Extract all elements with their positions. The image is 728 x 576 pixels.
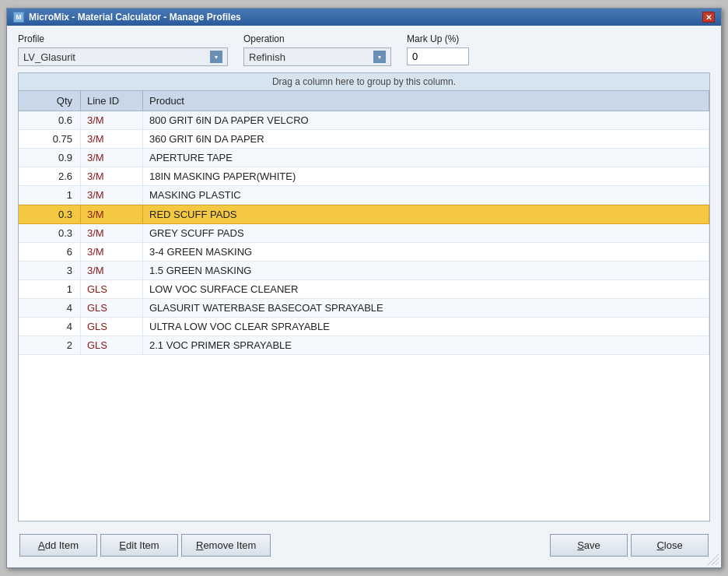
cell-qty: 1 <box>19 186 81 204</box>
table-row[interactable]: 4 GLS ULTRA LOW VOC CLEAR SPRAYABLE <box>19 318 709 336</box>
add-item-button[interactable]: Add Item <box>19 534 97 557</box>
profile-value: LV_Glasurit <box>23 51 207 63</box>
cell-product: GREY SCUFF PADS <box>143 224 709 242</box>
markup-input[interactable] <box>407 47 469 65</box>
cell-qty: 4 <box>19 299 81 317</box>
markup-label: Mark Up (%) <box>407 33 469 44</box>
edit-item-button[interactable]: Edit Item <box>100 534 178 557</box>
table-row[interactable]: 6 3/M 3-4 GREEN MASKING <box>19 243 709 262</box>
profile-select[interactable]: LV_Glasurit ▾ <box>18 47 228 66</box>
cell-product: APERTURE TAPE <box>143 149 709 167</box>
close-window-button[interactable]: ✕ <box>702 12 715 23</box>
cell-lineid: 3/M <box>81 111 143 129</box>
table-body: 0.6 3/M 800 GRIT 6IN DA PAPER VELCRO 0.7… <box>19 111 709 521</box>
profile-group: Profile LV_Glasurit ▾ <box>18 33 228 66</box>
cell-product: GLASURIT WATERBASE BASECOAT SPRAYABLE <box>143 299 709 317</box>
cell-qty: 0.6 <box>19 111 81 129</box>
cell-qty: 0.3 <box>19 224 81 242</box>
col-header-qty: Qty <box>19 91 81 111</box>
drag-hint: Drag a column here to group by this colu… <box>19 73 709 91</box>
cell-qty: 0.9 <box>19 149 81 167</box>
operation-value: Refinish <box>249 51 370 63</box>
main-content: Profile LV_Glasurit ▾ Operation Refinish… <box>7 26 721 567</box>
operation-select[interactable]: Refinish ▾ <box>243 47 391 66</box>
cell-qty: 2 <box>19 336 81 354</box>
cell-product: 1.5 GREEN MASKING <box>143 262 709 279</box>
cell-lineid: 3/M <box>81 149 143 167</box>
cell-lineid: 3/M <box>81 130 143 148</box>
profile-label: Profile <box>18 33 228 44</box>
main-window: M MicroMix - Material Calculator - Manag… <box>6 8 722 568</box>
cell-lineid: GLS <box>81 318 143 335</box>
close-button[interactable]: Close <box>631 534 709 557</box>
table-row[interactable]: 0.75 3/M 360 GRIT 6IN DA PAPER <box>19 130 709 149</box>
svg-line-2 <box>716 562 719 565</box>
table-row[interactable]: 0.9 3/M APERTURE TAPE <box>19 149 709 167</box>
cell-qty: 1 <box>19 280 81 298</box>
operation-group: Operation Refinish ▾ <box>243 33 391 66</box>
save-button[interactable]: Save <box>550 534 628 557</box>
cell-product: 18IN MASKING PAPER(WHITE) <box>143 167 709 185</box>
table-row[interactable]: 1 3/M MASKING PLASTIC <box>19 186 709 205</box>
svg-line-1 <box>712 558 719 565</box>
cell-product: RED SCUFF PADS <box>143 205 709 223</box>
cell-qty: 2.6 <box>19 167 81 185</box>
app-icon: M <box>13 12 24 23</box>
cell-lineid: GLS <box>81 299 143 317</box>
cell-lineid: 3/M <box>81 167 143 185</box>
operation-dropdown-arrow[interactable]: ▾ <box>373 51 386 63</box>
operation-label: Operation <box>243 33 391 44</box>
cell-lineid: 3/M <box>81 243 143 261</box>
cell-qty: 0.3 <box>19 205 81 223</box>
cell-lineid: GLS <box>81 280 143 298</box>
table-row[interactable]: 1 GLS LOW VOC SURFACE CLEANER <box>19 280 709 299</box>
cell-lineid: 3/M <box>81 224 143 242</box>
cell-product: ULTRA LOW VOC CLEAR SPRAYABLE <box>143 318 709 335</box>
table-row[interactable]: 0.3 3/M RED SCUFF PADS <box>19 205 709 224</box>
cell-product: LOW VOC SURFACE CLEANER <box>143 280 709 298</box>
table-header: Qty Line ID Product <box>19 91 709 111</box>
cell-lineid: 3/M <box>81 262 143 279</box>
profile-dropdown-arrow[interactable]: ▾ <box>210 51 222 63</box>
cell-qty: 6 <box>19 243 81 261</box>
resize-handle[interactable] <box>708 554 719 565</box>
bottom-bar: Add Item Edit Item Remove Item Save Clos… <box>18 528 710 560</box>
bottom-right-buttons: Save Close <box>550 534 709 557</box>
table-row[interactable]: 4 GLS GLASURIT WATERBASE BASECOAT SPRAYA… <box>19 299 709 318</box>
cell-product: 800 GRIT 6IN DA PAPER VELCRO <box>143 111 709 129</box>
title-bar: M MicroMix - Material Calculator - Manag… <box>7 9 721 26</box>
col-header-lineid: Line ID <box>81 91 143 111</box>
bottom-left-buttons: Add Item Edit Item Remove Item <box>19 534 271 557</box>
table-row[interactable]: 2.6 3/M 18IN MASKING PAPER(WHITE) <box>19 167 709 186</box>
cell-lineid: 3/M <box>81 205 143 223</box>
cell-qty: 0.75 <box>19 130 81 148</box>
remove-item-button[interactable]: Remove Item <box>181 534 271 557</box>
col-header-product: Product <box>143 91 709 111</box>
top-controls: Profile LV_Glasurit ▾ Operation Refinish… <box>18 33 710 66</box>
cell-lineid: 3/M <box>81 186 143 204</box>
cell-qty: 4 <box>19 318 81 335</box>
cell-product: 2.1 VOC PRIMER SPRAYABLE <box>143 336 709 354</box>
cell-product: 360 GRIT 6IN DA PAPER <box>143 130 709 148</box>
cell-qty: 3 <box>19 262 81 279</box>
table-row[interactable]: 2 GLS 2.1 VOC PRIMER SPRAYABLE <box>19 336 709 355</box>
table-row[interactable]: 0.3 3/M GREY SCUFF PADS <box>19 224 709 243</box>
cell-lineid: GLS <box>81 336 143 354</box>
cell-product: 3-4 GREEN MASKING <box>143 243 709 261</box>
cell-product: MASKING PLASTIC <box>143 186 709 204</box>
table-row[interactable]: 3 3/M 1.5 GREEN MASKING <box>19 262 709 280</box>
window-title: MicroMix - Material Calculator - Manage … <box>29 12 241 23</box>
markup-group: Mark Up (%) <box>407 33 469 65</box>
table-row[interactable]: 0.6 3/M 800 GRIT 6IN DA PAPER VELCRO <box>19 111 709 130</box>
data-table-container: Drag a column here to group by this colu… <box>18 72 710 522</box>
